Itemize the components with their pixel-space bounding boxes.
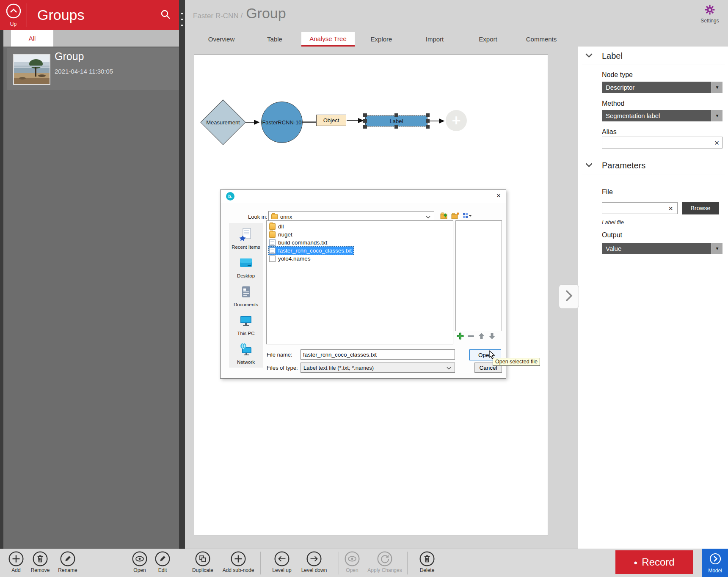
file-name-input[interactable] xyxy=(301,349,455,360)
selection-handle[interactable] xyxy=(426,119,430,123)
node-measurement-label: Measurement xyxy=(198,117,248,128)
up-one-level-icon[interactable] xyxy=(440,212,448,221)
tab-import[interactable]: Import xyxy=(408,32,461,47)
new-folder-icon[interactable] xyxy=(451,212,460,221)
chevron-right-icon xyxy=(565,289,573,304)
panel-expander-button[interactable] xyxy=(559,284,579,309)
app-window: Up Groups All Group 2021-04-14 11:30:05 xyxy=(0,0,728,577)
method-dropdown[interactable]: Segmentation label ▼ xyxy=(602,110,722,121)
tab-explore[interactable]: Explore xyxy=(355,32,408,47)
file-row-yolo4-names[interactable]: yolo4.names xyxy=(269,255,312,263)
duplicate-button[interactable]: Duplicate xyxy=(187,551,219,573)
place-label: Recent Items xyxy=(232,245,260,250)
file-caption: Label file xyxy=(602,219,624,225)
chevron-down-icon xyxy=(585,162,593,170)
place-network[interactable]: Network xyxy=(229,342,263,365)
parameters-section-header[interactable]: Parameters xyxy=(585,161,645,170)
recent-items-icon xyxy=(239,227,253,243)
file-open-dialog: b. × Look in: onnx Recent Items Desktop xyxy=(220,190,506,379)
up-label: Up xyxy=(10,21,17,27)
place-label: Desktop xyxy=(237,273,255,278)
move-up-icon[interactable] xyxy=(478,332,485,341)
search-icon xyxy=(160,9,171,22)
selection-handle[interactable] xyxy=(394,125,398,129)
label-section-title: Label xyxy=(602,51,623,61)
dialog-titlebar[interactable]: b. × xyxy=(221,190,506,203)
clear-alias-icon[interactable]: × xyxy=(714,139,719,147)
file-row-dll[interactable]: dll xyxy=(269,223,286,231)
close-icon[interactable]: × xyxy=(496,192,501,200)
breadcrumb-parent[interactable]: Faster R-CNN / xyxy=(193,12,243,20)
parameters-section-title: Parameters xyxy=(602,161,645,170)
place-recent-items[interactable]: Recent Items xyxy=(229,227,263,250)
node-fasterrcnn[interactable]: FasterRCNN-10 xyxy=(261,102,303,143)
model-button[interactable]: Model xyxy=(702,549,728,577)
breadcrumb: Faster R-CNN / Group xyxy=(193,5,286,22)
view-menu-icon[interactable] xyxy=(463,212,471,221)
label-section-header[interactable]: Label xyxy=(585,51,623,61)
level-down-button[interactable]: Level down xyxy=(298,551,330,573)
group-timestamp: 2021-04-14 11:30:05 xyxy=(55,68,113,75)
place-desktop[interactable]: Desktop xyxy=(229,256,263,278)
selection-handle[interactable] xyxy=(363,113,367,117)
level-up-button[interactable]: Level up xyxy=(266,551,298,573)
selection-handle[interactable] xyxy=(363,125,367,129)
file-list[interactable]: dll nuget build commands.txt faster_rcnn… xyxy=(266,220,453,344)
section-divider xyxy=(582,175,725,175)
place-label: Network xyxy=(237,360,255,365)
node-object[interactable]: Object xyxy=(316,115,346,126)
dropdown-arrow-icon[interactable]: ▼ xyxy=(711,82,722,93)
place-documents[interactable]: Documents xyxy=(229,285,263,307)
add-node-button[interactable]: + xyxy=(446,110,467,131)
file-input[interactable] xyxy=(602,202,678,214)
tab-analyse-tree[interactable]: Analyse Tree xyxy=(301,32,355,47)
sidebar-splitter[interactable] xyxy=(179,0,185,577)
apply-changes-button[interactable]: Apply Changes xyxy=(369,551,401,573)
selection-handle[interactable] xyxy=(426,113,430,117)
up-button[interactable]: Up xyxy=(0,0,27,30)
toolbar-separator xyxy=(407,552,408,574)
files-of-type-dropdown[interactable]: Label text file (*.txt; *.names) xyxy=(301,363,455,373)
place-this-pc[interactable]: This PC xyxy=(229,313,263,336)
move-down-icon[interactable] xyxy=(488,332,496,341)
rename-button[interactable]: Rename xyxy=(52,551,84,573)
add-item-icon[interactable] xyxy=(457,332,464,341)
alias-input[interactable] xyxy=(602,137,722,148)
file-row-nuget[interactable]: nuget xyxy=(269,231,294,239)
clear-file-icon[interactable]: × xyxy=(668,204,673,212)
toolbar-label: Rename xyxy=(58,567,77,573)
groups-sidebar: Up Groups All Group 2021-04-14 11:30:05 xyxy=(0,0,179,549)
record-button[interactable]: ● Record xyxy=(615,550,693,574)
delete-button[interactable]: Delete xyxy=(411,551,443,573)
alias-label: Alias xyxy=(602,128,617,136)
selection-handle[interactable] xyxy=(363,119,367,123)
tab-comments[interactable]: Comments xyxy=(515,32,568,47)
selection-handle[interactable] xyxy=(394,113,398,117)
tab-overview[interactable]: Overview xyxy=(195,32,248,47)
text-file-icon xyxy=(269,239,276,246)
add-sub-node-button[interactable]: Add sub-node xyxy=(222,551,254,573)
sidebar-tab-all[interactable]: All xyxy=(11,30,53,47)
selection-handle[interactable] xyxy=(426,125,430,129)
sidebar-title: Groups xyxy=(27,7,156,23)
group-list-item[interactable]: Group 2021-04-14 11:30:05 xyxy=(7,48,179,90)
remove-item-icon[interactable] xyxy=(467,332,474,341)
file-row-build-commands[interactable]: build commands.txt xyxy=(269,239,329,247)
search-button[interactable] xyxy=(156,6,175,25)
open-node-button[interactable]: Open xyxy=(336,551,368,573)
settings-button[interactable]: Settings xyxy=(698,4,722,24)
look-in-label: Look in: xyxy=(248,214,267,220)
tab-export[interactable]: Export xyxy=(461,32,515,47)
tab-table[interactable]: Table xyxy=(248,32,301,47)
list-edit-buttons xyxy=(457,332,496,341)
browse-button[interactable]: Browse xyxy=(682,202,719,214)
combo-arrow-icon xyxy=(426,214,430,220)
file-row-selected[interactable]: faster_rcnn_coco_classes.txt xyxy=(269,247,353,255)
dropdown-arrow-icon[interactable]: ▼ xyxy=(711,110,722,121)
toolbar-label: Duplicate xyxy=(192,567,213,573)
model-label: Model xyxy=(708,568,722,574)
edit-button[interactable]: Edit xyxy=(146,551,179,573)
dropdown-arrow-icon[interactable]: ▼ xyxy=(711,243,722,254)
node-type-dropdown[interactable]: Descriptor ▼ xyxy=(602,82,722,93)
output-dropdown[interactable]: Value ▼ xyxy=(602,243,722,254)
